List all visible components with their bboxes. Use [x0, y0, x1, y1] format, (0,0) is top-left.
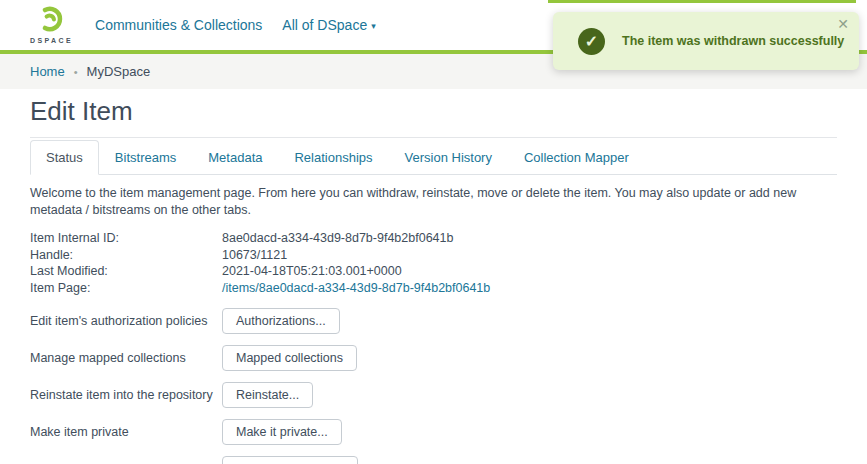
reinstate-button[interactable]: Reinstate...	[222, 382, 313, 408]
info-label: Handle:	[30, 247, 222, 264]
item-handle-value: 10673/1121	[222, 247, 287, 264]
item-last-modified-value: 2021-04-18T05:21:03.001+0000	[222, 263, 402, 280]
make-private-button[interactable]: Make it private...	[222, 419, 342, 445]
info-row-last-modified: Last Modified: 2021-04-18T05:21:03.001+0…	[30, 263, 837, 280]
action-row-reinstate: Reinstate item into the repository Reins…	[30, 382, 837, 407]
permanently-delete-button[interactable]: Permanently delete	[222, 456, 358, 464]
success-toast: ✓ The item was withdrawn successfully ✕	[553, 12, 859, 70]
tab-collection-mapper[interactable]: Collection Mapper	[508, 140, 645, 175]
page-title: Edit Item	[30, 89, 837, 138]
info-label: Last Modified:	[30, 263, 222, 280]
chevron-down-icon: ▾	[371, 21, 376, 31]
item-internal-id-value: 8ae0dacd-a334-43d9-8d7b-9f4b2bf0641b	[222, 230, 453, 247]
dspace-logo-icon	[38, 6, 65, 36]
item-actions: Edit item's authorization policies Autho…	[30, 308, 837, 464]
tab-version-history[interactable]: Version History	[389, 140, 508, 175]
item-edit-tabs: Status Bitstreams Metadata Relationships…	[30, 139, 837, 175]
tab-relationships[interactable]: Relationships	[278, 140, 388, 175]
nav-all-of-dspace[interactable]: All of DSpace▾	[282, 17, 375, 33]
action-label: Edit item's authorization policies	[30, 314, 222, 328]
dspace-logo[interactable]: DSPACE	[30, 6, 73, 44]
action-row-permanently-delete: Completely expunge item Permanently dele…	[30, 456, 837, 464]
authorizations-button[interactable]: Authorizations...	[222, 308, 340, 334]
breadcrumb-current: MyDSpace	[87, 64, 151, 79]
item-page-link[interactable]: /items/8ae0dacd-a334-43d9-8d7b-9f4b2bf06…	[222, 280, 490, 297]
mapped-collections-button[interactable]: Mapped collections	[222, 345, 357, 371]
breadcrumb-home-link[interactable]: Home	[30, 64, 65, 79]
success-check-icon: ✓	[578, 28, 605, 55]
action-label: Make item private	[30, 425, 222, 439]
info-label: Item Internal ID:	[30, 230, 222, 247]
toast-message: The item was withdrawn successfully	[622, 34, 844, 48]
tab-metadata[interactable]: Metadata	[192, 140, 278, 175]
action-label: Manage mapped collections	[30, 351, 222, 365]
action-row-authorizations: Edit item's authorization policies Autho…	[30, 308, 837, 333]
action-label: Reinstate item into the repository	[30, 388, 222, 402]
tab-status[interactable]: Status	[30, 140, 99, 175]
nav-communities-collections[interactable]: Communities & Collections	[95, 17, 262, 33]
intro-text: Welcome to the item management page. Fro…	[30, 185, 835, 219]
notification-progress-bar	[548, 0, 856, 3]
info-row-item-page: Item Page: /items/8ae0dacd-a334-43d9-8d7…	[30, 280, 837, 297]
info-row-handle: Handle: 10673/1121	[30, 247, 837, 264]
info-row-internal-id: Item Internal ID: 8ae0dacd-a334-43d9-8d7…	[30, 230, 837, 247]
info-label: Item Page:	[30, 280, 222, 297]
action-row-make-private: Make item private Make it private...	[30, 419, 837, 444]
dspace-edit-item-page: DSPACE Communities & Collections All of …	[0, 0, 867, 464]
dspace-logo-text: DSPACE	[30, 37, 73, 44]
close-icon[interactable]: ✕	[837, 16, 849, 32]
item-info: Item Internal ID: 8ae0dacd-a334-43d9-8d7…	[30, 230, 837, 296]
tab-bitstreams[interactable]: Bitstreams	[99, 140, 192, 175]
main-content: Edit Item Status Bitstreams Metadata Rel…	[30, 89, 837, 464]
action-row-mapped-collections: Manage mapped collections Mapped collect…	[30, 345, 837, 370]
breadcrumb-separator: •	[74, 66, 78, 78]
